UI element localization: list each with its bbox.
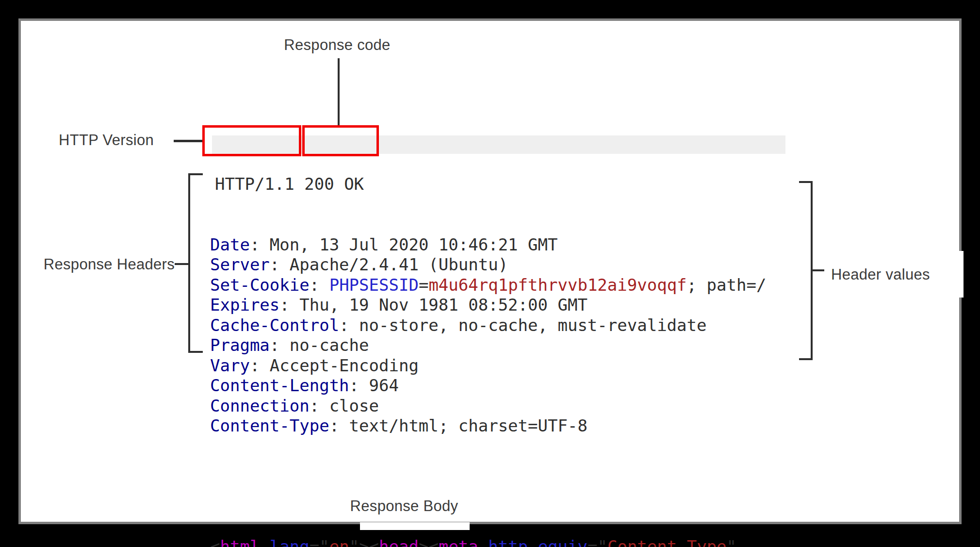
http-version-label: HTTP Version bbox=[31, 131, 154, 150]
response-header-line: Pragma: no-cache bbox=[210, 335, 766, 356]
code-segment: Connection bbox=[210, 396, 310, 415]
http-response-code-block: HTTP/1.1 200 OK Date: Mon, 13 Jul 2020 1… bbox=[210, 134, 766, 547]
blank-line bbox=[210, 477, 766, 497]
code-segment: Pragma bbox=[210, 335, 270, 355]
code-segment: = bbox=[419, 275, 428, 295]
code-segment: : Apache/2.4.41 (Ubuntu) bbox=[270, 255, 508, 274]
code-segment: Cache-Control bbox=[210, 315, 339, 335]
response-header-line: Content-Length: 964 bbox=[210, 376, 766, 396]
response-header-line: Vary: Accept-Encoding bbox=[210, 356, 766, 376]
code-segment: head bbox=[379, 537, 419, 547]
code-segment: Set-Cookie bbox=[210, 275, 310, 295]
status-code-highlight-box bbox=[302, 125, 379, 156]
code-segment: lang bbox=[270, 537, 310, 547]
code-segment: Content-Type bbox=[607, 537, 727, 547]
response-headers-block: Date: Mon, 13 Jul 2020 10:46:21 GMTServe… bbox=[210, 235, 766, 436]
status-code: 200 OK bbox=[304, 174, 364, 194]
code-segment: http-equiv bbox=[488, 537, 588, 547]
response-body-line: <html lang="en"><head><meta http-equiv="… bbox=[210, 537, 766, 547]
bottom-edge-notch bbox=[360, 522, 470, 530]
code-segment: m4u64rq1pfthrvvb12ai9voqqf bbox=[428, 275, 686, 295]
response-headers-label-tick bbox=[175, 263, 188, 265]
code-segment: en bbox=[329, 537, 349, 547]
status-separator bbox=[294, 174, 304, 194]
code-segment: : no-store, no-cache, must-revalidate bbox=[339, 315, 706, 335]
code-segment: Content-Type bbox=[210, 416, 329, 435]
response-headers-bracket-bottom-tick bbox=[188, 351, 203, 353]
header-values-bracket-bottom-tick bbox=[799, 358, 811, 360]
code-segment: : close bbox=[310, 396, 379, 415]
code-segment: =" bbox=[588, 537, 607, 547]
code-segment: : 964 bbox=[349, 376, 399, 395]
response-headers-bracket-vertical bbox=[188, 173, 190, 353]
response-header-line: Expires: Thu, 19 Nov 1981 08:52:00 GMT bbox=[210, 295, 766, 315]
code-segment: html bbox=[220, 537, 260, 547]
code-segment: ; path=/ bbox=[687, 275, 767, 295]
header-values-label-tick bbox=[813, 269, 824, 271]
right-edge-notch bbox=[950, 251, 964, 298]
figure-http-response-diagram: { "colors": { "background": "#000000", "… bbox=[0, 0, 980, 547]
response-headers-label: Response Headers bbox=[21, 255, 175, 274]
code-segment: : text/html; charset=UTF-8 bbox=[329, 416, 588, 435]
header-values-bracket-top-tick bbox=[799, 181, 811, 183]
header-values-label: Header values bbox=[831, 265, 930, 284]
code-segment: Date bbox=[210, 235, 250, 254]
status-line: HTTP/1.1 200 OK bbox=[210, 174, 766, 195]
code-segment: =" bbox=[310, 537, 329, 547]
response-header-line: Content-Type: text/html; charset=UTF-8 bbox=[210, 416, 766, 436]
code-segment: " bbox=[727, 537, 736, 547]
response-headers-bracket-top-tick bbox=[188, 173, 203, 175]
code-segment bbox=[478, 537, 488, 547]
response-header-line: Set-Cookie: PHPSESSID=m4u64rq1pfthrvvb12… bbox=[210, 275, 766, 296]
code-segment: Vary bbox=[210, 356, 250, 375]
code-segment: : Mon, 13 Jul 2020 10:46:21 GMT bbox=[250, 235, 558, 254]
response-header-line: Connection: close bbox=[210, 396, 766, 416]
response-header-line: Cache-Control: no-store, no-cache, must-… bbox=[210, 315, 766, 336]
code-segment bbox=[260, 537, 269, 547]
code-segment: < bbox=[210, 537, 220, 547]
code-segment: Expires bbox=[210, 295, 279, 315]
code-segment: : bbox=[310, 275, 329, 295]
response-header-line: Date: Mon, 13 Jul 2020 10:46:21 GMT bbox=[210, 235, 766, 255]
response-code-label: Response code bbox=[264, 35, 410, 55]
http-version-connector-line bbox=[174, 140, 204, 142]
status-http-version: HTTP/1.1 bbox=[215, 174, 294, 194]
http-version-highlight-box bbox=[202, 125, 301, 156]
code-segment: : Thu, 19 Nov 1981 08:52:00 GMT bbox=[279, 295, 588, 315]
code-segment: >< bbox=[419, 537, 439, 547]
response-body-block: <html lang="en"><head><meta http-equiv="… bbox=[210, 537, 766, 547]
code-segment: PHPSESSID bbox=[329, 275, 419, 295]
code-segment: : Accept-Encoding bbox=[250, 356, 419, 375]
code-segment: ">< bbox=[349, 537, 379, 547]
code-segment: meta bbox=[439, 537, 478, 547]
response-header-line: Server: Apache/2.4.41 (Ubuntu) bbox=[210, 255, 766, 275]
code-segment: : no-cache bbox=[270, 335, 369, 355]
code-segment: Content-Length bbox=[210, 376, 349, 395]
response-code-connector-line bbox=[338, 58, 340, 125]
code-segment: Server bbox=[210, 255, 270, 274]
diagram-panel: Response code HTTP Version HTTP/1.1 200 … bbox=[18, 18, 962, 524]
